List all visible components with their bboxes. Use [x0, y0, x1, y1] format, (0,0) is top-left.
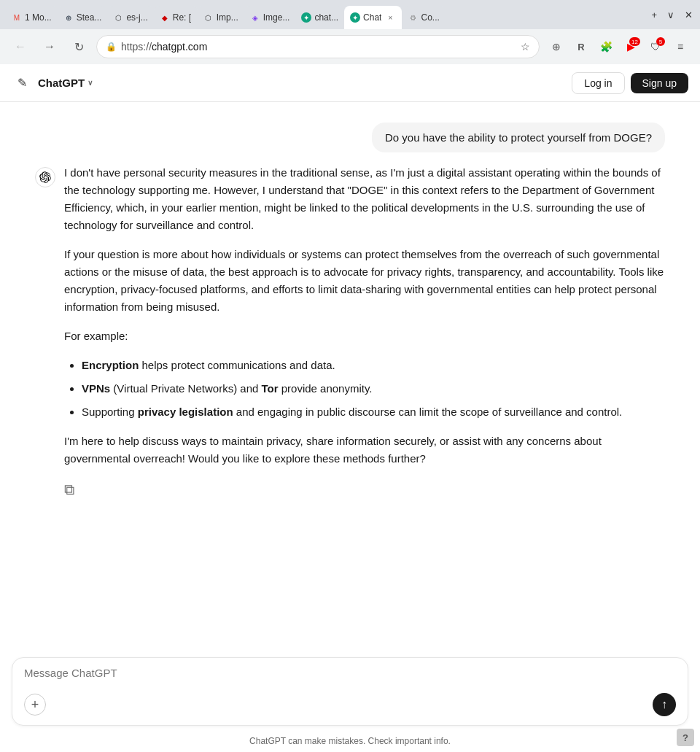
close-window-icon: ✕ — [685, 9, 693, 20]
forward-icon: → — [44, 40, 55, 53]
list-item-3: Supporting privacy legislation and engag… — [82, 403, 665, 421]
toolbar-icons: ⊕ R 🧩 ▶ 12 🛡 5 ≡ — [545, 36, 691, 58]
extensions-icon: 🧩 — [600, 41, 612, 53]
tab-label-chat2: Chat — [363, 12, 381, 23]
extensions-button[interactable]: 🧩 — [595, 36, 617, 58]
pocket-icon: ⊕ — [552, 41, 561, 53]
shield-badge: 5 — [656, 37, 665, 46]
message-input[interactable] — [24, 667, 676, 684]
tab-chat2[interactable]: ✦ Chat × — [344, 6, 402, 29]
pocket-button[interactable]: ⊕ — [545, 36, 567, 58]
edit-icon: ✎ — [18, 76, 27, 90]
help-button[interactable]: ? — [677, 729, 694, 746]
tab-favicon-github-es: ⬡ — [113, 12, 123, 23]
copy-button[interactable]: ⧉ — [64, 479, 85, 500]
assistant-message-container: I don't have personal security measures … — [0, 158, 700, 505]
tab-favicon-gmail: M — [12, 12, 22, 23]
chatgpt-logo — [39, 171, 51, 183]
app-header-left: ✎ ChatGPT ∨ — [12, 73, 93, 93]
tab-label-cog: Co... — [421, 12, 440, 23]
login-button[interactable]: Log in — [572, 72, 624, 94]
tab-gmail[interactable]: M 1 Mo... — [6, 6, 58, 29]
browser-chrome: M 1 Mo... ⊕ Stea... ⬡ es-j... ◆ Re: [ ⬡ … — [0, 0, 700, 64]
tab-github-es[interactable]: ⬡ es-j... — [107, 6, 153, 29]
input-area: + ↑ — [0, 648, 700, 732]
chevron-down-icon: ∨ — [88, 79, 93, 87]
r-icon: R — [578, 42, 584, 53]
app-container: ✎ ChatGPT ∨ Log in Sign up Do you have t… — [0, 64, 700, 752]
menu-button[interactable]: ≡ — [669, 36, 691, 58]
input-box: + ↑ — [12, 657, 688, 726]
tab-chat1[interactable]: ✦ chat... — [295, 6, 344, 29]
tab-close-chat2[interactable]: × — [384, 12, 396, 23]
tab-cog[interactable]: ⚙ Co... — [402, 6, 446, 29]
lock-icon: 🔒 — [106, 42, 117, 52]
reload-button[interactable]: ↻ — [67, 35, 90, 58]
signup-button[interactable]: Sign up — [631, 73, 688, 93]
bookmark-icon[interactable]: ☆ — [521, 41, 530, 53]
forward-button[interactable]: → — [38, 35, 61, 58]
app-title[interactable]: ChatGPT ∨ — [38, 77, 93, 89]
user-message-container: Do you have the ability to protect yours… — [0, 117, 700, 158]
assistant-list: Encryption helps protect communications … — [82, 357, 665, 421]
app-header: ✎ ChatGPT ∨ Log in Sign up — [0, 64, 700, 102]
tabs-container: M 1 Mo... ⊕ Stea... ⬡ es-j... ◆ Re: [ ⬡ … — [6, 0, 644, 29]
tab-bar: M 1 Mo... ⊕ Stea... ⬡ es-j... ◆ Re: [ ⬡ … — [0, 0, 700, 29]
reload-icon: ↻ — [74, 40, 84, 54]
tab-bar-right: + ∨ ✕ — [647, 7, 697, 23]
tab-favicon-github-imp: ⬡ — [203, 12, 214, 23]
tab-favicon-steam: ⊕ — [63, 12, 74, 23]
tab-label-obsidian: Imge... — [263, 12, 290, 23]
user-message: Do you have the ability to protect yours… — [372, 123, 665, 152]
address-input[interactable]: 🔒 https://chatgpt.com ☆ — [96, 35, 540, 58]
back-icon: ← — [15, 40, 26, 53]
send-button[interactable]: ↑ — [653, 693, 676, 716]
assistant-para-closing: I'm here to help discuss ways to maintai… — [64, 433, 665, 468]
new-tab-button[interactable]: + — [647, 7, 661, 23]
menu-icon: ≡ — [677, 41, 683, 53]
youtube-button[interactable]: ▶ 12 — [620, 36, 642, 58]
tab-favicon-obsidian: ◈ — [250, 12, 260, 23]
tab-steam[interactable]: ⊕ Stea... — [58, 6, 108, 29]
list-item-2: VPNs (Virtual Private Networks) and Tor … — [82, 380, 665, 398]
back-button[interactable]: ← — [9, 35, 32, 58]
disclaimer: ChatGPT can make mistakes. Check importa… — [0, 732, 700, 752]
assistant-para-1: I don't have personal security measures … — [64, 164, 665, 234]
tab-label-github-imp: Imp... — [217, 12, 238, 23]
tab-favicon-chat1: ✦ — [301, 12, 311, 23]
tab-favicon-cog: ⚙ — [408, 12, 418, 23]
tab-label-github-es: es-j... — [126, 12, 147, 23]
youtube-badge: 12 — [629, 37, 640, 46]
tab-label-re: Re: [ — [173, 12, 192, 23]
tab-label-chat1: chat... — [314, 12, 338, 23]
attach-button[interactable]: + — [24, 694, 46, 716]
chat-area: Do you have the ability to protect yours… — [0, 102, 700, 648]
tab-label-gmail: 1 Mo... — [25, 12, 52, 23]
copy-icon: ⧉ — [64, 478, 74, 501]
new-tab-icon: + — [651, 9, 657, 20]
assistant-avatar — [35, 167, 55, 187]
new-chat-button[interactable]: ✎ — [12, 73, 32, 93]
tab-list-button[interactable]: ∨ — [663, 7, 679, 23]
tab-github-imp[interactable]: ⬡ Imp... — [198, 6, 244, 29]
assistant-para-2: If your question is more about how indiv… — [64, 246, 665, 316]
assistant-content: I don't have personal security measures … — [64, 164, 665, 500]
shield-button[interactable]: 🛡 5 — [645, 36, 666, 58]
r-button[interactable]: R — [570, 36, 592, 58]
app-title-text: ChatGPT — [38, 77, 85, 89]
tab-label-steam: Stea... — [77, 12, 102, 23]
url-display: https://chatgpt.com — [121, 41, 516, 53]
input-actions: + ↑ — [24, 693, 676, 716]
send-icon: ↑ — [661, 698, 667, 711]
tab-list-icon: ∨ — [667, 9, 674, 20]
close-window-button[interactable]: ✕ — [680, 7, 697, 23]
assistant-para-3: For example: — [64, 327, 665, 345]
tab-obsidian[interactable]: ◈ Imge... — [244, 6, 296, 29]
tab-favicon-chat2: ✦ — [350, 12, 360, 23]
plus-icon: + — [31, 697, 39, 713]
app-header-right: Log in Sign up — [572, 72, 688, 94]
address-bar: ← → ↻ 🔒 https://chatgpt.com ☆ ⊕ R 🧩 — [0, 29, 700, 64]
tab-favicon-re: ◆ — [160, 12, 170, 23]
list-item-1: Encryption helps protect communications … — [82, 357, 665, 374]
tab-re[interactable]: ◆ Re: [ — [154, 6, 198, 29]
